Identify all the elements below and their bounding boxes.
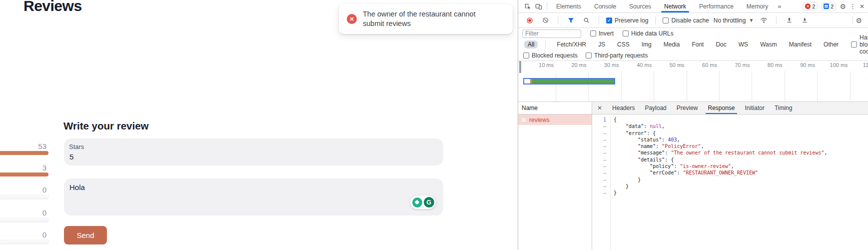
error-count-badge[interactable]: ✕ 2 — [803, 2, 818, 10]
network-overview-timeline[interactable]: 10 ms20 ms30 ms40 ms50 ms60 ms70 ms80 ms… — [518, 61, 868, 102]
export-har-icon[interactable] — [799, 16, 810, 26]
has-blocked-cookies-label: Has blocked cookies — [860, 34, 868, 55]
tab-network[interactable]: Network — [658, 0, 693, 12]
request-detail-panel: ✕ HeadersPayloadPreviewResponseInitiator… — [592, 102, 868, 250]
detail-tab-timing[interactable]: Timing — [770, 102, 798, 114]
suggestion-bulb-icon[interactable] — [412, 198, 422, 208]
throttling-select[interactable]: No throttling ▼ — [714, 17, 754, 24]
chevron-down-icon: ▼ — [749, 18, 754, 23]
toast-message: The owner of the restaurant cannot submi… — [363, 10, 490, 29]
review-text: Hola — [69, 183, 85, 192]
kebab-menu-icon[interactable]: ⋮ — [850, 2, 856, 10]
has-blocked-cookies-group: Has blocked cookies — [851, 34, 868, 55]
chip-ws[interactable]: WS — [735, 40, 752, 48]
chip-js[interactable]: JS — [595, 40, 609, 48]
filter-funnel-icon[interactable] — [565, 16, 576, 26]
timeline-label: 110 ms — [851, 62, 868, 68]
chip-css[interactable]: CSS — [614, 40, 633, 48]
gutter-line: – — [592, 123, 606, 130]
grammarly-widget[interactable]: G — [410, 195, 436, 210]
rating-bar — [0, 194, 48, 198]
review-textarea[interactable]: Hola — [64, 178, 443, 216]
chip-media[interactable]: Media — [660, 40, 684, 48]
stars-field[interactable]: Stars 5 — [64, 138, 443, 166]
detail-tab-preview[interactable]: Preview — [672, 102, 703, 114]
import-har-icon[interactable] — [784, 16, 795, 26]
filter-input[interactable] — [522, 30, 581, 38]
hide-data-urls-group: Hide data URLs — [623, 30, 674, 37]
chip-fetchxhr[interactable]: Fetch/XHR — [553, 40, 590, 48]
detail-tab-initiator[interactable]: Initiator — [740, 102, 770, 114]
line-number-gutter: 1––––––––––– — [592, 116, 611, 250]
gutter-line: – — [592, 163, 606, 170]
error-toast: ✕ The owner of the restaurant cannot sub… — [339, 4, 513, 34]
chip-doc[interactable]: Doc — [712, 40, 730, 48]
tab-console[interactable]: Console — [588, 0, 623, 12]
code-line: "status": 403, — [614, 136, 868, 143]
devtools-panel: ElementsConsoleSourcesNetworkPerformance… — [518, 0, 868, 250]
chip-other[interactable]: Other — [820, 40, 842, 48]
overview-waiting-segment — [524, 79, 530, 84]
code-line: } — [614, 183, 868, 190]
hide-data-urls-checkbox[interactable] — [623, 30, 629, 36]
rating-bar — [0, 172, 48, 176]
tab-memory[interactable]: Memory — [740, 0, 775, 12]
close-detail-icon[interactable]: ✕ — [592, 104, 607, 112]
inspect-element-icon[interactable] — [522, 2, 533, 12]
network-conditions-icon[interactable] — [758, 16, 769, 26]
error-circle-icon: ✕ — [347, 14, 357, 24]
send-button[interactable]: Send — [64, 226, 107, 244]
issues-count-badge[interactable]: 2 — [821, 2, 836, 10]
close-devtools-icon[interactable]: ✕ — [860, 3, 865, 10]
gutter-line: – — [592, 183, 606, 190]
chip-manifest[interactable]: Manifest — [786, 40, 815, 48]
response-viewer: 1––––––––––– { "data": null, "error": { … — [592, 114, 868, 250]
detail-tab-response[interactable]: Response — [703, 102, 740, 114]
overview-download-segment — [532, 79, 614, 84]
disable-cache-group: Disable cache — [663, 17, 709, 24]
blocked-requests-group: Blocked requests — [523, 52, 578, 59]
chip-wasm[interactable]: Wasm — [757, 40, 781, 48]
chip-font[interactable]: Font — [688, 40, 707, 48]
rating-count: 3 — [0, 164, 46, 172]
preserve-log-checkbox[interactable] — [606, 18, 612, 24]
rating-count: 0 — [0, 208, 46, 217]
rating-bar — [0, 151, 48, 155]
rating-bar — [0, 240, 48, 244]
detail-tab-payload[interactable]: Payload — [640, 102, 671, 114]
invert-checkbox[interactable] — [590, 30, 596, 36]
hide-data-urls-label: Hide data URLs — [631, 30, 674, 37]
settings-gear-icon[interactable]: ⚙ — [840, 2, 846, 10]
tab-elements[interactable]: Elements — [550, 0, 588, 12]
network-settings-gear-icon[interactable]: ⚙ — [856, 16, 862, 24]
timeline-label: 10 ms — [524, 62, 554, 68]
tab-performance[interactable]: Performance — [693, 0, 740, 12]
chip-all[interactable]: All — [524, 40, 538, 48]
grammarly-g-icon[interactable]: G — [424, 197, 434, 208]
review-page: Reviews ✕ The owner of the restaurant ca… — [0, 0, 518, 250]
request-list-panel: Name reviews — [518, 102, 592, 250]
timeline-zero-marker — [519, 61, 521, 73]
timeline-label: 100 ms — [818, 62, 848, 68]
chip-img[interactable]: Img — [638, 40, 655, 48]
tab-sources[interactable]: Sources — [623, 0, 658, 12]
disable-cache-checkbox[interactable] — [663, 18, 669, 24]
record-network-log-icon[interactable] — [524, 16, 535, 26]
request-row-reviews[interactable]: reviews — [518, 114, 592, 125]
name-column-header[interactable]: Name — [518, 102, 592, 114]
gutter-line: – — [592, 150, 606, 156]
clear-network-log-icon[interactable] — [540, 16, 551, 26]
detail-tab-headers[interactable]: Headers — [607, 102, 640, 114]
separator — [655, 16, 656, 24]
code-line: "errCode": "RESTAURANT_OWNER_REVIEW" — [614, 170, 868, 176]
network-split-view: Name reviews ✕ HeadersPayloadPreviewResp… — [518, 102, 868, 250]
search-icon[interactable] — [581, 16, 592, 26]
device-toolbar-icon[interactable] — [533, 2, 544, 12]
gutter-line: 1 — [592, 116, 606, 123]
has-blocked-cookies-checkbox[interactable] — [851, 42, 857, 48]
blocked-requests-checkbox[interactable] — [523, 52, 529, 58]
network-toolbar: Preserve log Disable cache No throttling… — [518, 13, 868, 28]
third-party-requests-checkbox[interactable] — [586, 52, 592, 58]
separator — [776, 16, 777, 24]
more-tabs-icon[interactable]: » — [775, 2, 784, 10]
